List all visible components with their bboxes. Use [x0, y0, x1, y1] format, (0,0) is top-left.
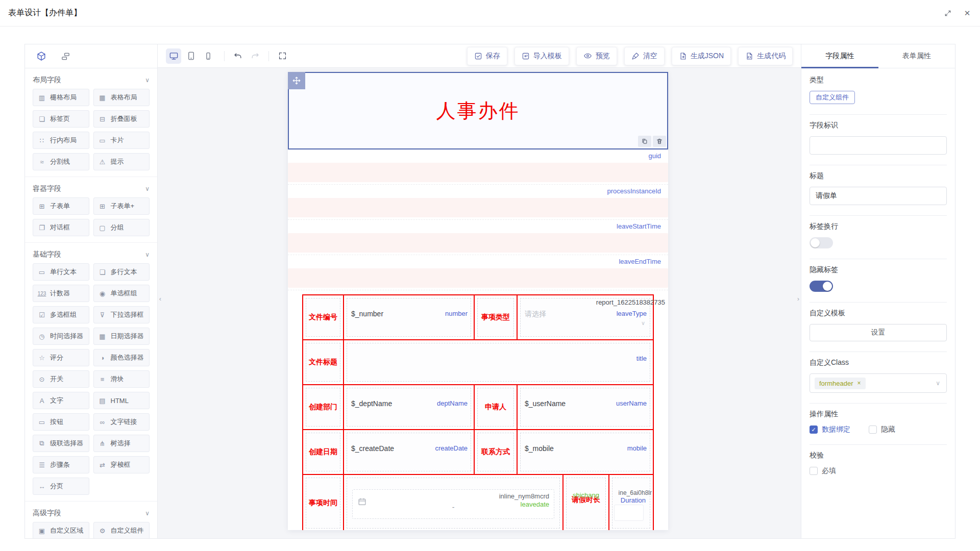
generate-code-button[interactable]: 生成代码	[738, 47, 793, 65]
sidebar-item[interactable]: ◉单选框组	[93, 285, 150, 302]
hidden-field-row[interactable]: processInstanceId	[288, 185, 668, 220]
sidebar-item[interactable]: ▭卡片	[93, 132, 150, 149]
desktop-icon[interactable]	[166, 48, 181, 64]
sidebar-item[interactable]: ▭单行文本	[33, 263, 89, 281]
form-cell-label[interactable]: 事项时间	[303, 475, 344, 530]
save-button[interactable]: 保存	[467, 47, 507, 65]
undo-icon[interactable]	[231, 49, 245, 63]
form-cell-duration[interactable]: ine_6ai0h8lrDuration	[609, 475, 653, 530]
field-id-input[interactable]	[810, 136, 947, 155]
form-header-component-selected[interactable]: 人事办件	[288, 72, 668, 149]
checkbox-box[interactable]	[810, 467, 818, 475]
sidebar-item[interactable]: ⊞子表单+	[93, 197, 150, 215]
form-cell-input[interactable]: $_userNameuserName	[518, 385, 653, 429]
sidebar-item[interactable]: ▭按钮	[33, 413, 89, 431]
custom-class-select[interactable]: formheader × ∨	[810, 373, 947, 393]
form-cell-label[interactable]: 文件标题	[303, 340, 344, 384]
collapse-left-handle[interactable]: ‹	[158, 287, 164, 310]
clear-button[interactable]: 清空	[624, 47, 665, 65]
sidebar-item[interactable]: ▥栅格布局	[33, 89, 89, 106]
tablet-icon[interactable]	[183, 48, 199, 64]
section-header[interactable]: 基础字段∨	[33, 246, 150, 263]
form-cell-label[interactable]: 创建部门	[303, 385, 344, 429]
sidebar-item[interactable]: ❏多行文本	[93, 263, 150, 281]
form-cell-input[interactable]: $_deptNamedeptName	[344, 385, 475, 429]
sidebar-item[interactable]: ◷时间选择器	[33, 328, 89, 345]
checkbox-box[interactable]: ✓	[810, 425, 818, 434]
sidebar-item[interactable]: ▣自定义区域	[33, 522, 89, 538]
hide-label-toggle[interactable]	[810, 281, 833, 292]
sidebar-item[interactable]: ≡滑块	[93, 370, 150, 388]
sidebar-item[interactable]: ◑颜色选择器	[93, 349, 150, 366]
form-cell-label[interactable]: 联系方式	[475, 430, 518, 474]
resize-icon[interactable]	[943, 9, 952, 18]
fullscreen-icon[interactable]	[275, 49, 289, 63]
trash-icon[interactable]	[653, 136, 666, 147]
hidden-field-input[interactable]	[288, 163, 668, 182]
sidebar-item[interactable]: A文字	[33, 392, 89, 409]
import-template-button[interactable]: 导入模板	[514, 47, 569, 65]
section-header[interactable]: 高级字段∨	[33, 505, 150, 522]
sidebar-item[interactable]: ⊞子表单	[33, 197, 89, 215]
hidden-field-input[interactable]	[288, 268, 668, 288]
sidebar-item[interactable]: ⊽下拉选择框	[93, 306, 150, 323]
title-input[interactable]	[810, 187, 947, 205]
input-value[interactable]: $_userName	[525, 399, 566, 408]
hidden-field-input[interactable]	[288, 198, 668, 217]
select-placeholder[interactable]: 请选择	[525, 310, 546, 319]
sidebar-item[interactable]: ▦表格布局	[93, 89, 150, 106]
tab-form-properties[interactable]: 表单属性	[878, 44, 955, 68]
checkbox-隐藏[interactable]: 隐藏	[869, 425, 895, 434]
input-value[interactable]: $_number	[351, 310, 383, 318]
copy-icon[interactable]	[638, 136, 651, 147]
sidebar-item[interactable]: ⧉级联选择器	[33, 435, 89, 452]
sidebar-item[interactable]: ❏标签页	[33, 110, 89, 128]
sidebar-item[interactable]: ▤HTML	[93, 392, 150, 409]
checkbox-数据绑定[interactable]: ✓数据绑定	[810, 425, 850, 434]
sidebar-item[interactable]: ∞文字链接	[93, 413, 150, 431]
form-cell-label[interactable]: 创建日期	[303, 430, 344, 474]
sidebar-item[interactable]: ⊟折叠面板	[93, 110, 150, 128]
tree-icon[interactable]	[61, 52, 70, 61]
phone-icon[interactable]	[201, 48, 216, 64]
sidebar-item[interactable]: ⚠提示	[93, 153, 150, 170]
sidebar-item[interactable]: ∷行内布局	[33, 132, 89, 149]
checkbox-必填[interactable]: 必填	[810, 466, 836, 475]
preview-button[interactable]: 预览	[576, 47, 617, 65]
sidebar-item[interactable]: 123计数器	[33, 285, 89, 302]
redo-icon[interactable]	[248, 49, 262, 63]
sidebar-item[interactable]: ☑多选框组	[33, 306, 89, 323]
sidebar-item[interactable]: ▢分组	[93, 219, 150, 236]
move-handle-icon[interactable]	[288, 72, 305, 89]
form-cell-input[interactable]: $_mobilemobile	[518, 430, 653, 474]
sidebar-item[interactable]: ⊙开关	[33, 370, 89, 388]
form-cell-daterange[interactable]: inline_nym8mcrdleavedate-	[344, 475, 564, 530]
generate-json-button[interactable]: 生成JSON	[672, 47, 731, 65]
sidebar-item[interactable]: ⋔树选择	[93, 435, 150, 452]
remove-tag-icon[interactable]: ×	[857, 380, 861, 387]
section-header[interactable]: 布局字段∨	[33, 71, 150, 89]
design-canvas[interactable]: 人事办件 guidprocessInstanceIdleaveStartTime…	[158, 68, 801, 538]
duration-input[interactable]	[614, 505, 644, 521]
template-settings-button[interactable]: 设置	[810, 324, 947, 341]
hidden-field-row[interactable]: leaveEndTime	[288, 255, 668, 290]
collapse-right-handle[interactable]: ›	[794, 287, 801, 310]
form-cell-label[interactable]: 文件编号	[303, 295, 344, 339]
form-cell-input[interactable]: title	[344, 340, 653, 384]
input-value[interactable]: $_createDate	[351, 444, 394, 453]
input-value[interactable]: $_deptName	[351, 399, 392, 408]
tab-field-properties[interactable]: 字段属性	[801, 44, 878, 68]
sidebar-item[interactable]: ⇄穿梭框	[93, 456, 150, 473]
sidebar-item[interactable]: ↔分页	[33, 478, 89, 495]
hidden-field-row[interactable]: guid	[288, 149, 668, 185]
input-value[interactable]: $_mobile	[525, 444, 554, 453]
form-cell-input[interactable]: $_createDatecreateDate	[344, 430, 475, 474]
form-cell-input[interactable]: $_numbernumber	[344, 295, 475, 339]
form-cell-label[interactable]: 申请人	[475, 385, 518, 429]
section-header[interactable]: 容器字段∨	[33, 180, 150, 197]
cube-icon[interactable]	[36, 51, 46, 61]
sidebar-item[interactable]: ❐对话框	[33, 219, 89, 236]
sidebar-item[interactable]: ⚙自定义组件	[93, 522, 150, 538]
label-wrap-toggle[interactable]	[810, 237, 833, 248]
checkbox-box[interactable]	[869, 425, 877, 434]
